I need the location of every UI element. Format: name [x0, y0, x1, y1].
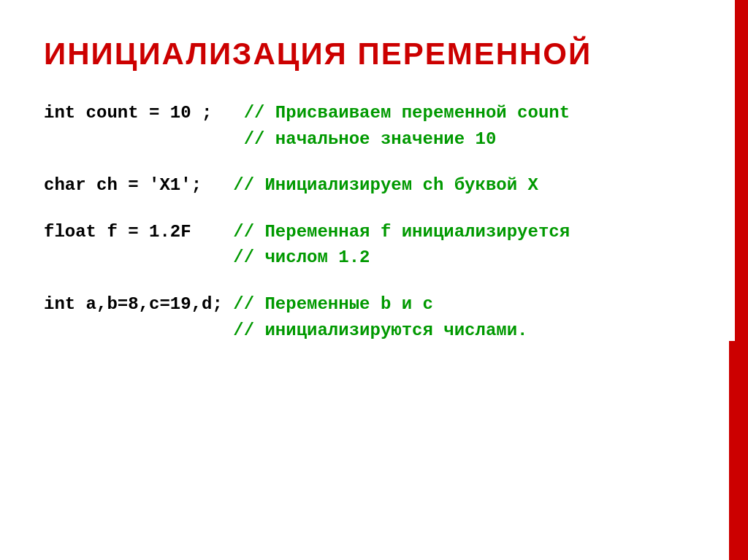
code-line-1-2: int count = 10 ; // начальное значение 1… [44, 127, 704, 152]
code-text-1-1: int count = 10 ; [44, 101, 244, 126]
code-text-4-1: int a,b=8,c=19,d; [44, 292, 233, 317]
comment-text-1-2: // начальное значение 10 [244, 127, 497, 152]
code-block-2: char ch = 'X1'; // Инициализируем ch бук… [44, 173, 704, 198]
code-section: int count = 10 ; // Присваиваем переменн… [44, 101, 704, 342]
code-text-2-1: char ch = 'X1'; [44, 173, 233, 198]
comment-text-4-1: // Переменные b и с [233, 292, 433, 317]
code-indent-4-2: int a,b=8,c=19,d; [44, 318, 233, 343]
code-block-3: float f = 1.2F // Переменная f инициализ… [44, 220, 704, 270]
slide: ИНИЦИАЛИЗАЦИЯ ПЕРЕМЕННОЙ int count = 10 … [0, 0, 748, 560]
code-indent-3-2: float f = 1.2F [44, 245, 233, 270]
code-line-1-1: int count = 10 ; // Присваиваем переменн… [44, 101, 704, 126]
code-text-3-1: float f = 1.2F [44, 220, 233, 245]
code-block-1: int count = 10 ; // Присваиваем переменн… [44, 101, 704, 151]
code-line-4-2: int a,b=8,c=19,d; // инициализируются чи… [44, 318, 704, 343]
code-line-3-1: float f = 1.2F // Переменная f инициализ… [44, 220, 704, 245]
code-line-4-1: int a,b=8,c=19,d; // Переменные b и с [44, 292, 704, 317]
comment-text-3-2: // числом 1.2 [233, 245, 370, 270]
red-accent-bar-bottom [729, 341, 735, 560]
slide-title: ИНИЦИАЛИЗАЦИЯ ПЕРЕМЕННОЙ [44, 37, 704, 72]
comment-text-3-1: // Переменная f инициализируется [233, 220, 570, 245]
comment-text-4-2: // инициализируются числами. [233, 318, 527, 343]
red-accent-bar-right [735, 0, 748, 560]
code-line-3-2: float f = 1.2F // числом 1.2 [44, 245, 704, 270]
comment-text-2-1: // Инициализируем ch буквой X [233, 173, 538, 198]
comment-text-1-1: // Присваиваем переменной count [244, 101, 570, 126]
code-line-2-1: char ch = 'X1'; // Инициализируем ch бук… [44, 173, 704, 198]
code-block-4: int a,b=8,c=19,d; // Переменные b и с in… [44, 292, 704, 342]
code-indent-1-2: int count = 10 ; [44, 127, 244, 152]
